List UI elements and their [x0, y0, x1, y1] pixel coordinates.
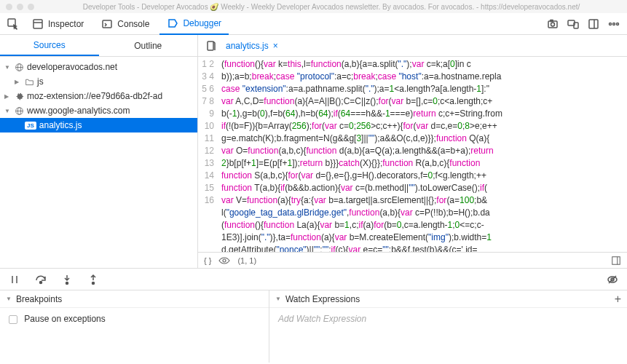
svg-rect-20 — [208, 41, 213, 50]
tree-domain[interactable]: ▼ developeravocados.net — [0, 60, 197, 74]
twisty-icon[interactable]: ▼ — [4, 64, 12, 71]
editor-footer: { } (1, 1) — [198, 252, 627, 268]
watch-panel: ▼ Watch Expressions + Add Watch Expressi… — [269, 290, 627, 363]
minimize-dot[interactable] — [17, 4, 23, 10]
debugger-label: Debugger — [183, 18, 221, 28]
pause-button[interactable] — [6, 271, 23, 288]
svg-point-28 — [92, 282, 95, 284]
file-outline-button[interactable] — [202, 37, 220, 55]
tree-label: analytics.js — [39, 120, 82, 130]
breakpoints-title: Breakpoints — [16, 294, 62, 304]
sources-tab[interactable]: Sources — [0, 35, 99, 56]
svg-point-21 — [223, 259, 226, 262]
prettify-icon[interactable]: { } — [204, 256, 211, 265]
tree-folder[interactable]: ▶ js — [0, 74, 197, 89]
breakpoints-header[interactable]: ▼ Breakpoints — [0, 290, 269, 308]
watch-title: Watch Expressions — [285, 294, 360, 304]
sources-tab-label: Sources — [33, 40, 66, 50]
debug-toolbar — [0, 268, 627, 290]
file-tab[interactable]: analytics.js × — [226, 41, 278, 51]
close-icon[interactable]: × — [273, 41, 278, 51]
tree-domain[interactable]: ▼ www.google-analytics.com — [0, 103, 197, 118]
step-over-button[interactable] — [32, 271, 50, 288]
rdm-button[interactable] — [564, 15, 582, 33]
close-dot[interactable] — [6, 4, 12, 10]
checkbox[interactable] — [9, 315, 17, 324]
svg-point-12 — [613, 23, 615, 25]
add-watch-button[interactable]: + — [615, 293, 621, 306]
inspector-tab[interactable]: Inspector — [25, 15, 91, 33]
eye-icon[interactable] — [218, 257, 230, 264]
tree-label: js — [37, 76, 44, 87]
twisty-icon[interactable]: ▼ — [275, 296, 281, 302]
skip-pausing-button[interactable] — [604, 271, 621, 288]
js-badge: JS — [25, 122, 36, 130]
tree-label: developeravocados.net — [27, 62, 117, 72]
editor-tabs: analytics.js × — [198, 35, 627, 57]
cursor-position: (1, 1) — [237, 256, 256, 265]
globe-icon — [15, 106, 24, 116]
pause-on-exceptions-label: Pause on exceptions — [24, 314, 105, 324]
tree-label: www.google-analytics.com — [27, 106, 130, 116]
svg-point-11 — [610, 23, 612, 25]
twisty-icon[interactable]: ▼ — [6, 296, 12, 302]
svg-rect-1 — [33, 20, 42, 28]
console-tab[interactable]: Console — [94, 15, 157, 33]
extension-icon — [15, 92, 24, 101]
outline-tab-label: Outline — [134, 41, 162, 51]
dock-button[interactable] — [585, 15, 602, 33]
folder-icon — [25, 77, 34, 87]
screenshot-button[interactable] — [544, 15, 561, 33]
console-label: Console — [117, 19, 149, 29]
svg-point-13 — [617, 23, 619, 25]
traffic-lights[interactable] — [6, 4, 34, 10]
line-gutter[interactable]: 1 2 3 4 5 6 7 8 9 10 11 12 13 14 15 16 — [198, 57, 218, 252]
globe-icon — [15, 63, 24, 72]
step-out-button[interactable] — [84, 271, 102, 288]
code-editor[interactable]: 1 2 3 4 5 6 7 8 9 10 11 12 13 14 15 16 (… — [198, 57, 627, 252]
svg-rect-3 — [103, 20, 111, 28]
window-titlebar: Developer Tools - Developer Avocados 🥑 W… — [0, 0, 627, 13]
tree-extension[interactable]: ▶ moz-extension://ee79d66a-db2f-ad — [0, 89, 197, 103]
twisty-icon[interactable]: ▶ — [15, 79, 22, 85]
twisty-icon[interactable]: ▶ — [4, 93, 12, 100]
pause-on-exceptions-row[interactable]: Pause on exceptions — [9, 314, 106, 324]
debugger-tab[interactable]: Debugger — [159, 15, 229, 35]
maximize-dot[interactable] — [28, 4, 34, 10]
sources-panel: Sources Outline ▼ developeravocados.net … — [0, 35, 198, 268]
step-in-button[interactable] — [58, 271, 76, 288]
tree-file-selected[interactable]: JS analytics.js — [0, 118, 197, 132]
map-icon[interactable] — [611, 256, 621, 266]
devtools-toolbar: Inspector Console Debugger — [0, 13, 627, 35]
watch-header[interactable]: ▼ Watch Expressions + — [269, 290, 627, 308]
svg-point-27 — [66, 282, 68, 284]
tree-label: moz-extension://ee79d66a-db2f-ad — [27, 91, 162, 101]
outline-tab[interactable]: Outline — [99, 35, 198, 56]
editor-panel: analytics.js × 1 2 3 4 5 6 7 8 9 10 11 1… — [198, 35, 627, 268]
twisty-icon[interactable]: ▼ — [4, 108, 12, 114]
pick-element-button[interactable] — [4, 15, 22, 33]
file-tab-label: analytics.js — [226, 41, 269, 51]
svg-point-26 — [40, 281, 42, 283]
breakpoints-panel: ▼ Breakpoints Pause on exceptions — [0, 290, 269, 363]
meatball-menu[interactable] — [605, 15, 623, 33]
svg-rect-22 — [612, 256, 620, 264]
watch-placeholder[interactable]: Add Watch Expression — [278, 314, 366, 324]
svg-rect-9 — [589, 20, 598, 28]
code-content[interactable]: (function(){var k=this,l=function(a,b){a… — [218, 57, 627, 252]
inspector-label: Inspector — [48, 19, 84, 29]
window-title: Developer Tools - Developer Avocados 🥑 W… — [42, 3, 621, 11]
source-tree[interactable]: ▼ developeravocados.net ▶ js ▶ moz-exten… — [0, 57, 197, 268]
svg-point-5 — [551, 23, 555, 26]
